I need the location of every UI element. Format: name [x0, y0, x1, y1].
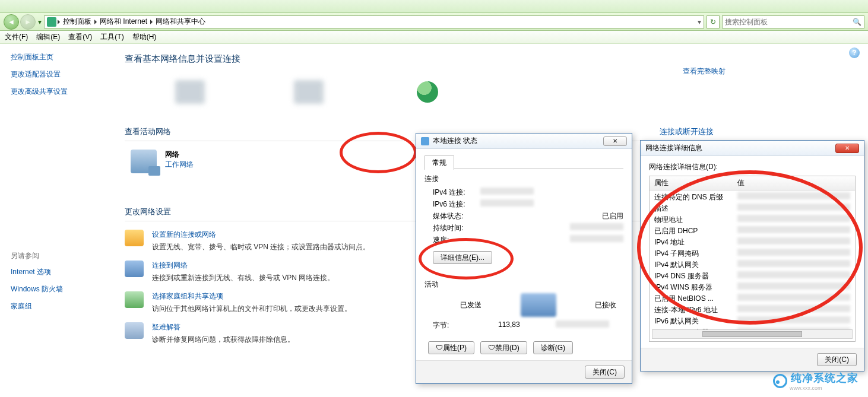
- menu-tools[interactable]: 工具(T): [100, 32, 123, 42]
- connect-network-icon: [125, 261, 144, 277]
- watermark: 纯净系统之家 www.xxx.com: [773, 371, 859, 391]
- see-also-header: 另请参阅: [11, 251, 107, 261]
- connect-network-desc: 连接到或重新连接到无线、有线、拨号或 VPN 网络连接。: [152, 273, 334, 283]
- col-value[interactable]: 值: [733, 176, 749, 190]
- connect-network-link[interactable]: 连接到网络: [152, 261, 334, 271]
- status-dialog-titlebar[interactable]: 本地连接 状态 ✕: [416, 134, 632, 149]
- explorer-navbar: ◄ ► ▾ 控制面板 网络和 Internet 网络和共享中心 ▾ ↻ 🔍: [0, 13, 868, 31]
- help-icon[interactable]: ?: [849, 47, 860, 58]
- watermark-text: 纯净系统之家: [791, 371, 859, 385]
- chevron-right-icon: [150, 20, 153, 24]
- network-icon: [131, 150, 157, 173]
- homegroup-desc: 访问位于其他网络计算机上的文件和打印机，或更改共享设置。: [152, 304, 351, 314]
- scrollbar-thumb[interactable]: [702, 331, 802, 337]
- crumb-network-sharing[interactable]: 网络和共享中心: [154, 17, 207, 27]
- watermark-subtext: www.xxx.com: [790, 385, 859, 391]
- network-map: [125, 74, 856, 110]
- sidebar-windows-firewall[interactable]: Windows 防火墙: [11, 284, 107, 294]
- tab-general[interactable]: 常规: [425, 155, 454, 170]
- bytes-label: 字节:: [433, 320, 480, 331]
- view-full-map-link[interactable]: 查看完整映射: [683, 66, 726, 77]
- diagnose-button[interactable]: 诊断(G): [533, 341, 573, 354]
- chevron-right-icon: [94, 20, 97, 24]
- network-node: [279, 74, 338, 110]
- chevron-right-icon: [58, 20, 60, 24]
- details-dialog-close-button[interactable]: ✕: [835, 144, 859, 153]
- sidebar-advanced-sharing[interactable]: 更改高级共享设置: [11, 87, 107, 97]
- status-close-button[interactable]: 关闭(C): [585, 366, 625, 379]
- ipv6-conn-value: [480, 199, 534, 207]
- network-type-link[interactable]: 工作网络: [165, 160, 194, 170]
- details-listview[interactable]: 属性 值 连接特定的 DNS 后缀 描述 物理地址 已启用 DHCP IPv4 …: [649, 176, 856, 342]
- ipv4-conn-label: IPv4 连接:: [433, 188, 480, 198]
- history-dropdown[interactable]: ▾: [36, 14, 44, 30]
- new-connection-link[interactable]: 设置新的连接或网络: [152, 230, 370, 240]
- page-title: 查看基本网络信息并设置连接: [125, 53, 856, 65]
- forward-button: ►: [20, 14, 36, 30]
- prop-ipv4-wins: IPv4 WINS 服务器: [654, 282, 737, 293]
- sidebar-adapter-settings[interactable]: 更改适配器设置: [11, 69, 107, 80]
- menu-edit[interactable]: 编辑(E): [36, 32, 60, 42]
- sidebar: 控制面板主页 更改适配器设置 更改高级共享设置 另请参阅 Internet 选项…: [0, 44, 113, 397]
- window-titlebar: [0, 0, 868, 13]
- menu-view[interactable]: 查看(V): [68, 32, 92, 42]
- troubleshoot-icon: [125, 322, 144, 339]
- homegroup-link[interactable]: 选择家庭组和共享选项: [152, 291, 351, 301]
- internet-node: [398, 74, 457, 110]
- col-property[interactable]: 属性: [650, 176, 733, 190]
- horizontal-scrollbar[interactable]: [652, 329, 853, 339]
- disable-button[interactable]: 🛡 禁用(D): [480, 341, 527, 354]
- menu-file[interactable]: 文件(F): [5, 32, 28, 42]
- refresh-button[interactable]: ↻: [707, 15, 720, 28]
- network-name: 网络: [165, 150, 179, 158]
- details-columns: 属性 值: [650, 176, 855, 190]
- details-dialog-titlebar[interactable]: 网络连接详细信息 ✕: [641, 141, 864, 156]
- homegroup-icon: [125, 291, 144, 308]
- search-icon[interactable]: 🔍: [853, 18, 861, 26]
- menu-help[interactable]: 帮助(H): [132, 32, 157, 42]
- troubleshoot-link[interactable]: 疑难解答: [152, 322, 294, 332]
- new-connection-desc: 设置无线、宽带、拨号、临时或 VPN 连接；或设置路由器或访问点。: [152, 242, 370, 252]
- sidebar-homegroup[interactable]: 家庭组: [11, 301, 107, 312]
- prop-dns-suffix: 连接特定的 DNS 后缀: [654, 192, 737, 202]
- sidebar-home[interactable]: 控制面板主页: [11, 52, 107, 62]
- ipv4-conn-value: [480, 188, 534, 195]
- breadcrumb[interactable]: 控制面板 网络和 Internet 网络和共享中心 ▾: [44, 15, 704, 28]
- properties-button[interactable]: 🛡 属性(P): [428, 341, 474, 354]
- menu-bar: 文件(F) 编辑(E) 查看(V) 工具(T) 帮助(H): [0, 31, 868, 44]
- prop-ipv4-dns: IPv4 DNS 服务器: [654, 271, 737, 281]
- crumb-network-internet[interactable]: 网络和 Internet: [98, 17, 149, 27]
- media-state-value: 已启用: [602, 211, 623, 221]
- details-dialog-title: 网络连接详细信息: [645, 143, 702, 153]
- prop-ipv6-gateway: IPv6 默认网关: [654, 316, 737, 326]
- search-input[interactable]: [725, 18, 853, 26]
- back-button[interactable]: ◄: [4, 14, 19, 30]
- speed-label: 速度:: [433, 235, 480, 245]
- connect-disconnect-link[interactable]: 连接或断开连接: [660, 126, 714, 137]
- duration-value: [570, 223, 623, 230]
- ipv6-conn-label: IPv6 连接:: [433, 199, 480, 209]
- connection-status-dialog: 本地连接 状态 ✕ 常规 连接 IPv4 连接: IPv6 连接: 媒体状态:已…: [416, 133, 632, 384]
- details-subtitle: 网络连接详细信息(D):: [649, 162, 856, 172]
- crumb-control-panel[interactable]: 控制面板: [61, 17, 93, 27]
- duration-label: 持续时间:: [433, 223, 480, 233]
- connection-details-dialog: 网络连接详细信息 ✕ 网络连接详细信息(D): 属性 值 连接特定的 DNS 后…: [640, 140, 864, 371]
- this-pc-node: [160, 74, 220, 110]
- globe-icon: [417, 81, 438, 103]
- activity-icon: [521, 293, 556, 317]
- search-box[interactable]: 🔍: [722, 15, 864, 28]
- sidebar-internet-options[interactable]: Internet 选项: [11, 267, 107, 277]
- prop-description: 描述: [654, 204, 737, 214]
- details-button[interactable]: 详细信息(E)...: [433, 251, 492, 264]
- prop-netbios: 已启用 NetBIOS ...: [654, 294, 737, 304]
- status-dialog-close-button[interactable]: ✕: [603, 136, 627, 146]
- activity-group-label: 活动: [425, 280, 623, 290]
- bytes-sent-value: 113,83: [498, 320, 520, 331]
- prop-ipv4-subnet: IPv4 子网掩码: [654, 249, 737, 259]
- control-panel-icon: [47, 17, 56, 27]
- received-label: 已接收: [595, 300, 616, 310]
- details-close-button[interactable]: 关闭(C): [817, 353, 857, 366]
- details-rows: 连接特定的 DNS 后缀 描述 物理地址 已启用 DHCP IPv4 地址 IP…: [650, 190, 855, 339]
- ethernet-icon: [421, 137, 429, 145]
- prop-physical-address: 物理地址: [654, 215, 737, 225]
